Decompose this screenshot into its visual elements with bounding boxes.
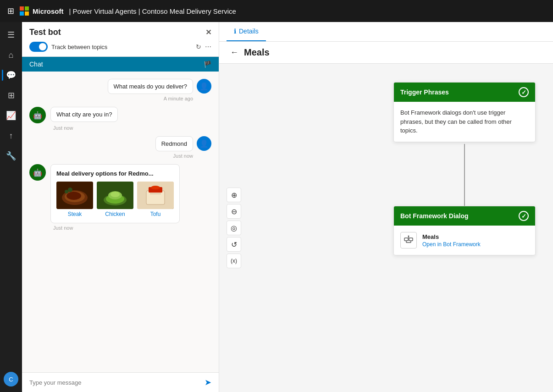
svg-point-10 <box>111 192 120 197</box>
meal-item-steak: Steak <box>56 182 93 217</box>
variable-button[interactable]: (x) <box>227 254 241 268</box>
trigger-check-badge: ✓ <box>519 87 529 97</box>
chat-tab[interactable]: Chat 🏴 <box>22 57 219 72</box>
toggle-row: Track between topics <box>29 42 107 52</box>
nav-home[interactable]: ⌂ <box>2 46 20 64</box>
nav-publish[interactable]: ↑ <box>2 127 20 145</box>
chicken-thumbnail <box>97 182 133 209</box>
svg-point-3 <box>66 192 81 200</box>
meal-card: Meal delivery options for Redmo... <box>50 164 180 223</box>
nav-analytics[interactable]: 📈 <box>2 106 20 125</box>
undo-button[interactable]: ↺ <box>227 237 241 252</box>
bot-card-message: 🤖 Meal delivery options for Redmo... <box>29 164 211 223</box>
bot-framework-header: Bot Framework Dialog ✓ <box>394 206 535 226</box>
bot-framework-info: Meals Open in Bot Framework <box>422 233 481 248</box>
svg-rect-12 <box>146 191 165 204</box>
svg-rect-17 <box>409 238 413 241</box>
toggle-label: Track between topics <box>51 44 107 50</box>
meal-item-chicken: Chicken <box>97 182 133 217</box>
chat-controls: Track between topics ↻ ⋯ <box>29 42 211 52</box>
right-panel: ℹ Details ← Meals Trigger Phrases ✓ Bot … <box>219 22 553 392</box>
bot-bubble-1: What city are you in? <box>50 107 118 122</box>
zoom-in-button[interactable]: ⊕ <box>227 188 241 202</box>
grid-icon[interactable]: ⊞ <box>7 6 14 16</box>
chat-header-row: Test bot ✕ <box>29 28 211 37</box>
control-icons: ↻ ⋯ <box>196 43 211 50</box>
main-content: Test bot ✕ Track between topics ↻ ⋯ Chat… <box>22 22 553 392</box>
send-button[interactable]: ➤ <box>205 377 211 387</box>
connector-line <box>464 144 465 208</box>
bot-framework-icon <box>400 232 417 248</box>
bot-framework-title: Bot Framework Dialog <box>400 212 469 220</box>
trigger-phrases-title: Trigger Phrases <box>400 88 449 96</box>
info-icon: ℹ <box>234 28 236 35</box>
msg-time-1: A minute ago <box>29 96 211 101</box>
svg-rect-16 <box>404 238 408 241</box>
bot-framework-check-badge: ✓ <box>519 211 529 221</box>
meal-item-tofu: Tofu <box>137 182 174 217</box>
chat-tab-label: Chat <box>29 61 43 68</box>
diagram-area: Trigger Phrases ✓ Bot Framework dialogs … <box>219 64 553 392</box>
bot-framework-node: Bot Framework Dialog ✓ <box>393 206 536 255</box>
user-avatar-2: 👤 <box>197 136 211 151</box>
svg-point-4 <box>68 188 72 192</box>
user-avatar[interactable]: C <box>4 372 18 386</box>
details-tab[interactable]: ℹ Details <box>227 22 266 41</box>
msg-time-3: Just now <box>29 153 211 159</box>
user-avatar-1: 👤 <box>197 79 211 94</box>
trigger-phrases-node: Trigger Phrases ✓ Bot Framework dialogs … <box>393 82 536 142</box>
trigger-phrases-body: Bot Framework dialogs don't use trigger … <box>394 102 535 142</box>
bot-avatar-1: 🤖 <box>29 107 46 123</box>
trigger-phrases-header: Trigger Phrases ✓ <box>394 83 535 102</box>
zoom-out-button[interactable]: ⊖ <box>227 204 241 219</box>
nav-settings[interactable]: 🔧 <box>2 147 20 165</box>
chat-panel: Test bot ✕ Track between topics ↻ ⋯ Chat… <box>22 22 219 392</box>
nav-topics[interactable]: ⊞ <box>2 86 20 105</box>
steak-thumbnail <box>56 182 93 209</box>
topic-title: Meals <box>244 47 270 58</box>
msg-time-2: Just now <box>29 125 211 131</box>
svg-point-14 <box>151 186 160 189</box>
msg-time-4: Just now <box>29 225 211 231</box>
more-icon[interactable]: ⋯ <box>205 43 211 50</box>
user-message-2: Redmond 👤 <box>29 136 211 151</box>
topic-header: ← Meals <box>219 42 553 64</box>
chat-input[interactable] <box>29 379 201 386</box>
chicken-label[interactable]: Chicken <box>105 211 125 217</box>
brand-name: Microsoft <box>33 7 64 15</box>
bf-name: Meals <box>422 233 481 240</box>
logo: Microsoft <box>20 6 64 16</box>
center-button[interactable]: ◎ <box>227 221 241 235</box>
messages-area: What meals do you deliver? 👤 A minute ag… <box>22 72 219 372</box>
chat-input-area: ➤ <box>22 372 219 392</box>
chat-header: Test bot ✕ Track between topics ↻ ⋯ <box>22 22 219 57</box>
svg-point-22 <box>408 236 409 237</box>
nav-menu[interactable]: ☰ <box>2 26 20 44</box>
meal-card-title: Meal delivery options for Redmo... <box>56 170 174 177</box>
user-bubble-2: Redmond <box>155 136 193 151</box>
back-button[interactable]: ← <box>230 48 238 57</box>
steak-label[interactable]: Steak <box>68 211 82 217</box>
close-button[interactable]: ✕ <box>205 28 211 37</box>
tofu-label[interactable]: Tofu <box>150 211 161 217</box>
microsoft-logo <box>20 6 29 16</box>
refresh-icon[interactable]: ↻ <box>196 43 201 50</box>
nav-chat[interactable]: 💬 <box>2 66 20 84</box>
open-in-bot-framework-link[interactable]: Open in Bot Framework <box>422 241 481 248</box>
bot-avatar-2: 🤖 <box>29 164 46 181</box>
track-toggle[interactable] <box>29 42 48 52</box>
details-tab-bar: ℹ Details <box>219 22 553 42</box>
topbar: ⊞ Microsoft | Power Virtual Agents | Con… <box>0 0 553 22</box>
svg-rect-15 <box>150 193 161 194</box>
svg-point-5 <box>65 190 68 193</box>
user-message-1: What meals do you deliver? 👤 <box>29 79 211 94</box>
user-bubble-1: What meals do you deliver? <box>108 79 193 94</box>
chat-panel-title: Test bot <box>29 28 61 37</box>
zoom-controls: ⊕ ⊖ ◎ ↺ (x) <box>227 188 241 268</box>
bot-message-1: 🤖 What city are you in? <box>29 107 211 123</box>
left-nav: ☰ ⌂ 💬 ⊞ 📈 ↑ 🔧 C <box>0 22 22 392</box>
flag-icon: 🏴 <box>204 61 211 68</box>
tofu-thumbnail <box>137 182 174 209</box>
meal-items: Steak <box>56 182 174 217</box>
details-tab-label: Details <box>239 28 259 35</box>
